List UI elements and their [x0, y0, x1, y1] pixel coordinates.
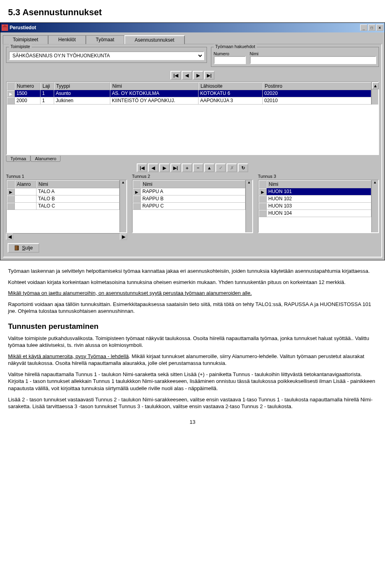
nav2-ok[interactable]: ✓: [215, 163, 226, 172]
nimi-input[interactable]: [250, 56, 376, 64]
doc-paragraph: Mikäli et käytä alanumeroita, pysy Työma…: [8, 353, 377, 367]
col-tyyppi[interactable]: Tyyppi: [54, 82, 110, 90]
scroll-up-icon[interactable]: ▲: [372, 180, 378, 184]
col-postinro[interactable]: Postinro: [263, 82, 371, 90]
tab-henkilot[interactable]: Henkilöt: [48, 35, 85, 44]
subtab-tyomaa[interactable]: Työmaa: [6, 156, 30, 162]
list-item[interactable]: TALO C: [7, 203, 120, 210]
tyomaa-grid: Numero Laji Tyyppi Nimi Lähiosoite Posti…: [6, 81, 379, 155]
perustiedot-window: Perustiedot _ □ × Toimipisteet Henkilöt …: [0, 22, 385, 260]
close-window-button[interactable]: ×: [376, 24, 383, 31]
list-item[interactable]: RAPPU B: [133, 195, 245, 203]
t3-vscroll[interactable]: ▲: [371, 180, 378, 232]
grid-body: ▶ 1500 1 Asunto AS. OY KOTOKULMA KOTOKAT…: [7, 90, 371, 105]
toimipiste-group: Toimipiste SÄHKÖASENNUS OY:N TYÖHUONEKUN…: [6, 47, 207, 63]
maximize-button[interactable]: □: [368, 24, 375, 31]
nav-next[interactable]: ▶: [193, 71, 203, 80]
list-item[interactable]: ▶ TALO A: [7, 188, 120, 195]
table-row[interactable]: ▶ 1500 1 Asunto AS. OY KOTOKULMA KOTOKAT…: [7, 90, 371, 97]
scroll-up-icon[interactable]: ▲: [120, 180, 126, 184]
title-bar: Perustiedot _ □ ×: [0, 23, 385, 32]
doc-paragraph: Kohteet voidaan kirjata korkeintaan kolm…: [8, 279, 377, 286]
minimize-button[interactable]: _: [360, 24, 367, 31]
close-button[interactable]: Sulje: [8, 243, 39, 253]
row-indicator-icon: ▶: [133, 188, 141, 195]
list-item[interactable]: HUON 104: [259, 210, 371, 217]
col-lahiosoite[interactable]: Lähiosoite: [199, 82, 263, 90]
sub-tabs: Työmaa Alanumero: [6, 156, 379, 162]
row-indicator-icon: ▶: [7, 90, 15, 97]
doc-paragraph: Lisää 2 - tason tunnukset vastaavasti Tu…: [8, 396, 377, 410]
toimipiste-label: Toimipiste: [9, 44, 32, 49]
grid-corner: [7, 82, 15, 90]
col-numero[interactable]: Numero: [15, 82, 41, 90]
door-icon: [14, 245, 20, 251]
list-item[interactable]: HUON 103: [259, 203, 371, 210]
row-indicator-icon: ▶: [259, 188, 267, 195]
list-item[interactable]: TALO B: [7, 195, 120, 203]
row-indicator-icon: ▶: [7, 188, 15, 195]
toimipiste-dropdown[interactable]: SÄHKÖASENNUS OY:N TYÖHUONEKUNTA: [9, 51, 204, 60]
svg-rect-0: [2, 27, 7, 30]
svg-rect-3: [18, 246, 19, 250]
main-tabs: Toimipisteet Henkilöt Työmaat Asennustun…: [3, 35, 382, 44]
numero-input[interactable]: [214, 56, 246, 64]
t1-col-alanro[interactable]: Alanro: [15, 180, 36, 188]
nav-last[interactable]: ▶|: [204, 71, 215, 80]
hakuehdot-group: Työmaan hakuehdot Numero Nimi: [211, 47, 379, 67]
table-row[interactable]: 2000 1 Julkinen KIINTEISTÖ OY AAPONKUJ. …: [7, 97, 371, 105]
nav2-add[interactable]: ＋: [182, 163, 192, 172]
row-indicator-icon: [7, 97, 15, 105]
t1-hscroll[interactable]: ◀ ▶: [6, 233, 127, 240]
nav-prev[interactable]: ◀: [182, 71, 192, 80]
scroll-left-icon[interactable]: ◀: [6, 234, 13, 240]
tab-toimipisteet[interactable]: Toimipisteet: [3, 35, 48, 44]
nav2-first[interactable]: |◀: [137, 163, 147, 172]
nav-first[interactable]: |◀: [170, 71, 181, 80]
numero-label: Numero: [214, 51, 246, 56]
doc-paragraph: Valitse toimipiste putkahdusvalikosta. T…: [8, 335, 377, 349]
scroll-up-icon[interactable]: ▲: [246, 180, 252, 184]
tunnus2-grid: Nimi ▶ RAPPU A RAPPU B RAPPU C: [132, 179, 253, 233]
nav2-last[interactable]: ▶|: [170, 163, 181, 172]
section-heading: 5.3 Asennustunnukset: [8, 7, 377, 18]
nav2-edit[interactable]: ▲: [204, 163, 215, 172]
tunnus3-grid: Nimi ▶ HUON 101 HUON 102 HUON 103: [258, 179, 379, 233]
t1-vscroll[interactable]: ▲: [120, 180, 126, 232]
doc-paragraph: Raportointi voidaan ajaa tällöin tunnuks…: [8, 301, 377, 315]
grid-vscroll[interactable]: ▲: [371, 82, 378, 105]
tunnus3-label: Tunnus 3: [258, 174, 379, 179]
tab-tyomaat[interactable]: Työmaat: [86, 35, 124, 44]
grid-navigator: |◀ ◀ ▶ ▶|: [6, 69, 379, 81]
tunnus2-label: Tunnus 2: [132, 174, 253, 179]
t3-col-nimi[interactable]: Nimi: [267, 180, 371, 188]
subtab-alanumero[interactable]: Alanumero: [30, 156, 61, 162]
col-laji[interactable]: Laji: [41, 82, 54, 90]
list-item[interactable]: ▶ RAPPU A: [133, 188, 245, 195]
scroll-up-icon[interactable]: ▲: [372, 82, 379, 89]
nav2-prev[interactable]: ◀: [148, 163, 158, 172]
tunnus1-label: Tunnus 1: [6, 174, 127, 179]
scroll-right-icon[interactable]: ▶: [120, 234, 127, 240]
close-label: Sulje: [22, 245, 33, 251]
svg-marker-1: [2, 25, 8, 27]
nav2-cancel[interactable]: ✗: [227, 163, 237, 172]
t2-col-nimi[interactable]: Nimi: [141, 180, 245, 188]
nav2-delete[interactable]: −: [193, 163, 203, 172]
nav2-next[interactable]: ▶: [159, 163, 170, 172]
doc-paragraph: Valitse hiirellä napauttamalla Tunnus 1 …: [8, 371, 377, 392]
col-nimi[interactable]: Nimi: [110, 82, 199, 90]
list-item[interactable]: ▶ HUON 101: [259, 188, 371, 195]
list-item[interactable]: RAPPU C: [133, 203, 245, 210]
t1-col-nimi[interactable]: Nimi: [36, 180, 120, 188]
app-icon: [2, 24, 8, 31]
t2-vscroll[interactable]: ▲: [245, 180, 252, 232]
page-number: 13: [8, 419, 377, 425]
tab-asennustunnukset[interactable]: Asennustunnukset: [124, 35, 185, 44]
list-item[interactable]: HUON 102: [259, 195, 371, 203]
nav2-refresh[interactable]: ↻: [238, 163, 248, 172]
tunnus1-grid: Alanro Nimi ▶ TALO A TALO B: [6, 179, 127, 233]
subheading: Tunnusten perustaminen: [8, 322, 377, 331]
doc-paragraph: Työmaan laskennan ja selvittelyn helpott…: [8, 268, 377, 275]
svg-rect-2: [15, 246, 18, 250]
